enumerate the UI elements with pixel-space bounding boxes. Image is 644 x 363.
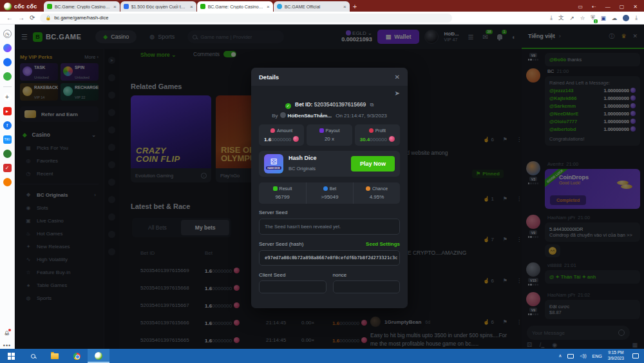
gif-keyboard-icon[interactable]: ▦ [632, 342, 638, 348]
facebook-icon[interactable]: f [3, 121, 12, 130]
close-button[interactable]: ✕ [633, 4, 638, 10]
adblock-extension-icon[interactable]: ⛨1 [591, 14, 594, 21]
rail-icon[interactable] [108, 92, 115, 99]
rail-icon[interactable] [108, 231, 115, 238]
rail-icon[interactable] [108, 213, 115, 221]
sidebar-item-feature-buyin[interactable]: ☆Feature Buy-in [20, 266, 99, 279]
sidebar-item-recent[interactable]: ◷Recent [20, 167, 99, 180]
rail-icon[interactable] [108, 109, 115, 116]
coindrop-card[interactable]: GOOD LUCK CoinDrops Good Luck! Completed [545, 169, 640, 209]
flag-icon[interactable]: ⚑ [503, 278, 507, 284]
tiki-icon[interactable]: TIKI [3, 135, 12, 144]
volume-icon[interactable]: ◁)) [580, 353, 586, 358]
rail-icon[interactable] [108, 144, 115, 151]
forward-button[interactable]: → [18, 14, 24, 21]
perk-task[interactable]: TASKUnlocked [20, 63, 58, 81]
avatar[interactable] [370, 317, 381, 327]
restore-tabs-icon[interactable]: ⇠ [592, 4, 596, 10]
tab-close-icon[interactable]: × [190, 4, 193, 10]
sidebar-item-new-releases[interactable]: ✦New Releases [20, 240, 99, 253]
reload-button[interactable]: ⟳ [30, 14, 35, 21]
bell-icon[interactable]: 1 [497, 34, 502, 41]
browser-tab-2[interactable]: $1.500 Độc quyền Cuối tuần × [120, 1, 196, 12]
url-box[interactable]: 🔒 bc.game/game/hash-dice [40, 14, 452, 23]
back-button[interactable]: ← [6, 14, 13, 21]
minimize-button[interactable]: — [605, 4, 611, 10]
avatar[interactable] [526, 215, 540, 229]
sports-site-icon[interactable] [3, 150, 12, 158]
client-seed-box[interactable] [259, 280, 327, 293]
tab-my-bets[interactable]: My bets [181, 220, 230, 235]
sidebar-item-slots[interactable]: ◉Slots [20, 201, 99, 214]
mail-icon[interactable]: ✉38 [483, 34, 488, 41]
history-icon[interactable]: ◷ [3, 30, 12, 38]
more-icon[interactable]: ⋮ [516, 196, 522, 202]
shopping-icon[interactable] [3, 178, 12, 186]
add-shortcut-icon[interactable]: + [3, 93, 12, 101]
chrome-icon[interactable] [66, 349, 88, 363]
seed-settings-link[interactable]: Seed Settings [366, 241, 400, 247]
browser-tab-1[interactable]: BC.Game: Crypto Casino Gan × [44, 1, 120, 12]
chat-message-input[interactable]: Your Message [527, 326, 630, 340]
rail-icon[interactable] [108, 161, 115, 168]
start-button[interactable] [0, 349, 22, 363]
rail-icon[interactable] [108, 74, 115, 81]
browser-tab-3-active[interactable]: BC.Game: Crypto Casino Gan × [197, 1, 273, 12]
pin-icon[interactable]: ➤ [108, 57, 115, 64]
user-avatar[interactable] [424, 30, 439, 44]
chat-app-icon[interactable] [3, 58, 12, 66]
show-more-link[interactable]: Show more ⌄ [140, 52, 176, 58]
new-tab-button[interactable]: + [353, 3, 357, 10]
tab-all-bets[interactable]: All Bets [134, 220, 181, 235]
network-icon[interactable] [567, 354, 574, 358]
sidebar-item-picks[interactable]: ▦Picks For You [20, 141, 99, 154]
refer-and-earn[interactable]: Refer and Earn [20, 106, 99, 122]
language-indicator[interactable]: ENG [592, 354, 602, 358]
share-icon[interactable]: ➤ [395, 90, 400, 97]
rank-list-icon[interactable]: ☰ [468, 34, 474, 41]
comments-toggle[interactable] [223, 51, 236, 57]
flag-icon[interactable]: ⚑ [503, 196, 507, 202]
messenger-icon[interactable] [3, 44, 12, 52]
balance-block[interactable]: EGLD ⌄ 0.00021093 [341, 30, 372, 43]
more-icon[interactable]: ⋮ [516, 237, 522, 242]
sidebar-item-live-casino[interactable]: ▣Live Casino [20, 214, 99, 227]
tab-close-icon[interactable]: × [113, 4, 117, 10]
more-options-icon[interactable]: ••• [3, 342, 11, 349]
hamburger-menu-icon[interactable]: ☰ [21, 33, 28, 41]
share-icon[interactable]: ↗ [570, 15, 574, 21]
nav-sports[interactable]: ◍ Sports [142, 30, 182, 43]
browser-tab-4[interactable]: BC.GAME Official × [274, 1, 350, 12]
sidebar-item-bc-originals[interactable]: ❖BC Originals› [20, 188, 99, 201]
sidebar-item-favorites[interactable]: ◎Favorites [20, 154, 99, 167]
rail-icon[interactable] [108, 179, 115, 186]
taskbar-search-icon[interactable] [22, 349, 44, 363]
nav-casino[interactable]: ◆ Casino [95, 30, 137, 43]
vip-perks-more[interactable]: More › [84, 54, 99, 60]
modal-close-icon[interactable]: ✕ [395, 74, 400, 81]
server-seed-hash-box[interactable]: e97ed7a08c0b72a898a8667e8f0cefdf6b7b8f2d… [259, 250, 400, 266]
more-icon[interactable]: ⋮ [516, 137, 522, 142]
extension-icon[interactable]: ▣ [601, 15, 606, 21]
avatar[interactable] [526, 262, 540, 277]
chat-toggle-icon[interactable]: ◖ [511, 34, 515, 41]
sidebar-item-hot-games[interactable]: ♨Hot Games [20, 227, 99, 240]
chat-close-icon[interactable]: ✕ [632, 33, 638, 39]
like-button[interactable]: ☝ 7 [483, 237, 494, 242]
sidebar-item-table-games[interactable]: ♠Table Games [20, 279, 99, 291]
chevron-down-icon[interactable]: ⌄ [368, 30, 372, 36]
perk-rakeback[interactable]: RAKEBACKVIP 14 [20, 83, 58, 101]
author-name[interactable]: HốĐenSâuThẳm... [288, 113, 332, 119]
info-icon[interactable]: i [201, 173, 207, 179]
like-button[interactable]: ☝ 6 [483, 137, 494, 142]
play-now-button[interactable]: Play Now [351, 156, 395, 172]
rail-icon[interactable] [108, 248, 115, 255]
slash-command-icon[interactable]: /‗ [540, 342, 544, 348]
game-card-crazy-coin-flip[interactable]: CRAZYCOIN FLIP Evolution Gaming i [131, 95, 211, 182]
youtube-icon[interactable]: ▸ [3, 107, 12, 115]
notification-bell-icon[interactable]: 🕭 [4, 329, 10, 337]
coindrop-completed-button[interactable]: Completed [550, 195, 586, 205]
user-info[interactable]: HốĐ... VIP 47 [444, 31, 459, 43]
maximize-button[interactable]: ▢ [620, 4, 625, 10]
sidebar-item-sports[interactable]: ◍Sports [20, 291, 99, 304]
